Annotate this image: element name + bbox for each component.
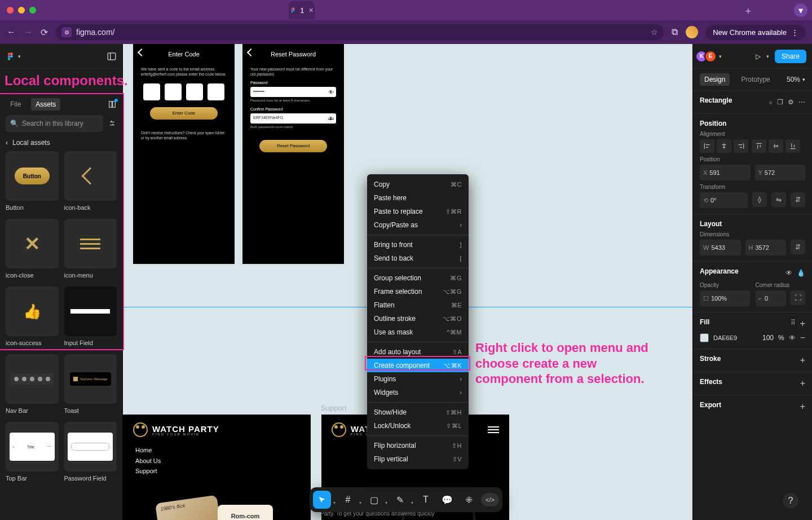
chevron-down-icon[interactable]: ▾ [385,500,387,505]
align-right-icon[interactable] [734,139,748,153]
star-icon[interactable]: ☆ [651,28,658,37]
ctx-flatten[interactable]: Flatten⌘E [367,298,469,312]
ctx-use-as-mask[interactable]: Use as mask^⌘M [367,325,469,339]
component-config-icon[interactable]: ⬨ [769,98,773,106]
local-assets-breadcrumb[interactable]: ‹ Local assets [0,136,122,151]
styles-icon[interactable]: ⠿ [791,319,796,329]
ctx-lock-unlock[interactable]: Lock/Unlock⇧⌘L [367,419,469,433]
collapse-panel-icon[interactable] [107,51,117,61]
ctx-bring-to-front[interactable]: Bring to front] [367,238,469,252]
more-icon[interactable]: ⋯ [798,98,805,106]
eye-off-icon[interactable]: 👁 [328,115,334,122]
chevron-down-icon[interactable]: ▾ [411,500,413,505]
ctx-show-hide[interactable]: Show/Hide⇧⌘H [367,406,469,419]
tab-design[interactable]: Design [700,73,730,86]
chevron-down-icon[interactable]: ▾ [333,500,336,505]
avatar-e[interactable]: E [704,50,717,63]
dev-mode-toggle[interactable]: </> [481,491,499,509]
window-max-dot[interactable] [29,7,36,14]
add-export-button[interactable]: + [800,402,805,412]
chevron-down-icon[interactable]: ▾ [766,54,769,59]
opacity-input[interactable]: ☐100% [700,290,750,306]
tabs-dropdown-button[interactable]: ▾ [794,3,807,17]
enter-code-button[interactable]: Enter Code [150,107,218,120]
nav-link[interactable]: Home [135,445,311,456]
asset-icon-success[interactable]: 👍icon-success [6,287,59,346]
browser-tab[interactable]: 1 × [289,1,315,19]
align-left-icon[interactable] [700,139,714,153]
nav-link[interactable]: Support [135,466,311,477]
fill-percent[interactable]: 100 [762,334,774,342]
reset-password-button[interactable]: Reset Password [259,140,327,152]
shape-tool[interactable]: ▢ [365,491,383,509]
align-bottom-icon[interactable] [785,139,800,153]
figma-menu-button[interactable]: ▾ [6,51,21,61]
asset-top-bar[interactable]: ‹Title⋯Top Bar [6,422,59,482]
back-icon[interactable] [248,50,255,56]
card-swipe[interactable]: 1980's flick [155,495,220,520]
asset-icon-back[interactable]: icon-back [64,151,117,211]
presence-avatars[interactable]: K E ▾ [699,50,722,63]
corner-individual-icon[interactable]: ⛶ [791,290,805,305]
tab-assets[interactable]: Assets [31,98,60,111]
preserve-ratio-icon[interactable]: ⟠ [752,192,767,207]
ctx-widgets[interactable]: Widgets [367,386,469,399]
ctx-paste-to-replace[interactable]: Paste to replace⇧⌘R [367,205,469,218]
ctx-copy-paste-as[interactable]: Copy/Paste as [367,218,469,232]
forward-icon[interactable]: → [24,27,33,37]
fill-hex[interactable]: DAE6E9 [713,334,758,341]
back-icon[interactable]: ← [7,27,16,37]
ctx-send-to-back[interactable]: Send to back[ [367,252,469,265]
frame-enter-code[interactable]: Enter Code We have sent a code to the em… [133,44,235,264]
url-field[interactable]: ⚙ figma.com/ ☆ [56,24,664,40]
pen-tool[interactable]: ✎ [391,491,409,509]
ctx-paste-here[interactable]: Paste here [367,191,469,205]
window-min-dot[interactable] [18,7,25,14]
comment-tool[interactable]: 💬 [438,491,456,509]
profile-avatar[interactable] [686,26,698,38]
reload-icon[interactable]: ⟳ [41,27,48,38]
asset-input-field[interactable]: Input Field [64,287,117,346]
text-tool[interactable]: T [417,491,435,509]
ctx-create-component[interactable]: Create component⌥⌘K [367,359,469,372]
ctx-add-auto-layout[interactable]: Add auto layout⇧A [367,345,469,359]
flip-h-icon[interactable]: ⇋ [771,192,786,207]
add-effect-button[interactable]: + [800,378,805,389]
extensions-icon[interactable]: ⧉ [672,27,678,37]
share-button[interactable]: Share [775,50,806,63]
asset-nav-bar[interactable]: Nav Bar [6,354,59,414]
align-top-icon[interactable] [752,139,766,153]
chevron-down-icon[interactable]: ▾ [719,54,722,59]
align-hcenter-icon[interactable] [717,139,731,153]
asset-icon-close[interactable]: ✕icon-close [6,219,59,279]
asset-password-field[interactable]: Password Field [64,422,117,482]
ctx-copy[interactable]: Copy⌘C [367,178,469,191]
filter-icon[interactable] [108,119,117,128]
chevron-down-icon[interactable]: ▾ [359,500,361,505]
y-input[interactable]: Y572 [755,165,806,180]
search-input[interactable]: 🔍 Search in this library [6,115,103,132]
window-close-dot[interactable] [7,7,14,14]
frame-tool[interactable]: # [339,491,357,509]
align-vcenter-icon[interactable] [769,139,783,153]
rotation-input[interactable]: ⟲0° [700,192,748,208]
tab-prototype[interactable]: Prototype [736,73,774,86]
nav-link[interactable]: About Us [135,456,311,466]
ctx-outline-stroke[interactable]: Outline stroke⌥⌘O [367,312,469,325]
add-stroke-button[interactable]: + [800,355,805,365]
canvas[interactable]: Enter Code We have sent a code to the em… [123,44,692,520]
library-icon[interactable] [108,100,117,109]
height-input[interactable]: H3572 [745,240,787,255]
asset-button[interactable]: ButtonButton [6,151,59,211]
link-dims-icon[interactable]: ⇵ [791,240,805,254]
ctx-flip-horizontal[interactable]: Flip horizontal⇧H [367,439,469,452]
frame-reset-password[interactable]: Reset Password Your new password must be… [242,44,344,264]
password-input[interactable]: ••••••••👁 [250,87,336,97]
settings-icon[interactable]: ⚙ [788,98,794,106]
actions-tool[interactable]: ⁜ [460,491,478,509]
move-tool[interactable] [313,491,331,509]
tab-file[interactable]: File [6,98,25,111]
flip-v-icon[interactable]: ⇵ [791,192,805,207]
present-button[interactable]: ▷ [756,52,761,60]
back-icon[interactable] [139,50,145,56]
